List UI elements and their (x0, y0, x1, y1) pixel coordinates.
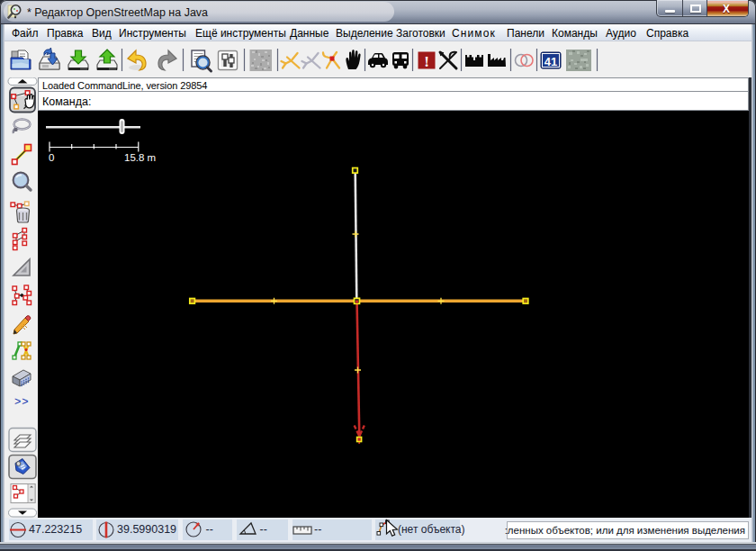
svg-text:41: 41 (544, 55, 557, 68)
svg-text:!: ! (424, 53, 429, 70)
svg-text:15.8 m: 15.8 m (124, 152, 156, 163)
svg-text:0: 0 (49, 152, 54, 163)
svg-text:>>: >> (14, 395, 30, 408)
